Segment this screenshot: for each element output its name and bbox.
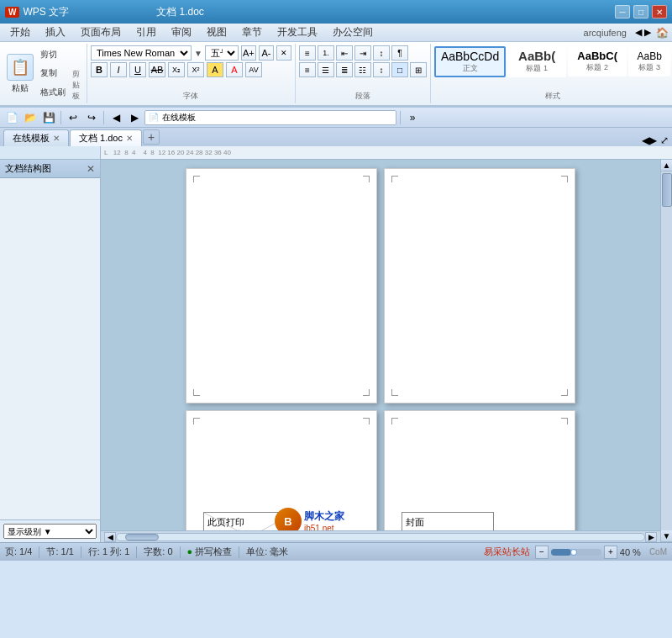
bold-button[interactable]: B bbox=[91, 62, 108, 77]
font-group-label: 字体 bbox=[91, 91, 291, 102]
zoom-in[interactable]: + bbox=[604, 546, 617, 559]
align-right[interactable]: ≣ bbox=[336, 62, 353, 77]
save-button[interactable]: 💾 bbox=[40, 109, 57, 126]
superscript-button[interactable]: X² bbox=[187, 62, 204, 77]
level-select[interactable]: 显示级别 ▼ bbox=[3, 524, 97, 539]
new-button[interactable]: 📄 bbox=[3, 109, 20, 126]
style-normal[interactable]: AaBbCcDd 正文 bbox=[434, 46, 506, 77]
numbered-list-button[interactable]: 1. bbox=[318, 45, 334, 61]
bullet-list-button[interactable]: ≡ bbox=[299, 45, 316, 61]
zoom-bar[interactable] bbox=[551, 549, 601, 556]
menu-page-layout[interactable]: 页面布局 bbox=[74, 24, 128, 41]
font-name-select[interactable]: Times New Roman bbox=[91, 45, 192, 61]
subscript-button[interactable]: X₂ bbox=[168, 62, 185, 77]
align-center[interactable]: ☰ bbox=[318, 62, 334, 77]
hscroll-left[interactable]: ◀ bbox=[104, 532, 116, 542]
font-size-increase[interactable]: A+ bbox=[241, 45, 256, 61]
menu-insert[interactable]: 插入 bbox=[39, 24, 72, 41]
back-button[interactable]: ◀ bbox=[108, 109, 124, 126]
shading-button[interactable]: □ bbox=[391, 62, 408, 77]
add-tab-button[interactable]: + bbox=[143, 129, 160, 145]
maximize-button[interactable]: □ bbox=[633, 5, 648, 18]
line-spacing[interactable]: ↕ bbox=[373, 62, 390, 77]
tab-scroll-left[interactable]: ◀ bbox=[642, 134, 649, 146]
open-button[interactable]: 📂 bbox=[22, 109, 39, 126]
toolbar-right[interactable]: » bbox=[404, 109, 421, 126]
zoom-thumb[interactable] bbox=[570, 549, 577, 556]
font-row1: Times New Roman ▼ 五号 A+ A- ✕ bbox=[91, 45, 291, 61]
show-formatting[interactable]: ¶ bbox=[391, 45, 408, 61]
indent-increase[interactable]: ⇥ bbox=[354, 45, 371, 61]
corner-tl-1 bbox=[193, 176, 200, 182]
redo-button[interactable]: ↪ bbox=[83, 109, 100, 126]
tab-maximize[interactable]: ⤢ bbox=[660, 134, 669, 146]
align-justify[interactable]: ☷ bbox=[354, 62, 371, 77]
menu-chapter[interactable]: 章节 bbox=[235, 24, 269, 41]
vscroll-up[interactable]: ▲ bbox=[661, 160, 673, 171]
hscrollbar[interactable] bbox=[116, 533, 645, 541]
com-text: CoM bbox=[649, 547, 667, 556]
home-icon[interactable]: 🏠 bbox=[656, 27, 669, 39]
zoom-out[interactable]: − bbox=[535, 546, 549, 559]
border-button[interactable]: ⊞ bbox=[410, 62, 427, 77]
wm-text-block: 脚木之家 jb51.net bbox=[304, 509, 344, 530]
vscroll-down[interactable]: ▼ bbox=[661, 530, 673, 542]
left-panel-bottom: 显示级别 ▼ bbox=[0, 519, 100, 542]
menu-references[interactable]: 引用 bbox=[129, 24, 163, 41]
address-bar[interactable]: 📄 在线模板 bbox=[144, 110, 396, 125]
page-1 bbox=[186, 168, 377, 403]
style-heading1[interactable]: AaBb( 标题 1 bbox=[507, 45, 566, 77]
divider1: ▼ bbox=[194, 49, 202, 58]
tab-scroll-right[interactable]: ▶ bbox=[649, 134, 657, 146]
font-clear-format[interactable]: ✕ bbox=[276, 45, 291, 61]
style-h3-label: 标题 3 bbox=[638, 62, 660, 73]
menu-review[interactable]: 审阅 bbox=[165, 24, 198, 41]
cut-button[interactable]: 剪切 bbox=[37, 48, 69, 61]
menu-developer[interactable]: 开发工具 bbox=[270, 24, 324, 41]
font-color-button[interactable]: A bbox=[226, 62, 243, 77]
menu-start[interactable]: 开始 bbox=[3, 24, 37, 41]
left-panel: 文档结构图 ✕ 显示级别 ▼ bbox=[0, 160, 101, 542]
nav-arrows[interactable]: ◀ ▶ bbox=[635, 27, 651, 38]
styles-group: AaBbCcDd 正文 AaBb( 标题 1 AaBbC( 标题 2 AaBb … bbox=[431, 44, 672, 103]
doc1-tab-label: 文档 1.doc bbox=[79, 132, 123, 145]
ruler-content: L 12 8 4 4 8 12 16 20 24 28 32 36 40 bbox=[104, 149, 231, 156]
menu-view[interactable]: 视图 bbox=[200, 24, 234, 41]
indent-decrease[interactable]: ⇤ bbox=[336, 45, 353, 61]
hscrollbar-container: ◀ ▶ bbox=[101, 530, 660, 542]
status-sep5 bbox=[239, 546, 239, 558]
paste-button[interactable]: 📋 粘贴 bbox=[7, 45, 34, 102]
template-tab[interactable]: 在线模板 ✕ bbox=[3, 129, 69, 146]
style-heading3[interactable]: AaBb 标题 3 bbox=[628, 47, 670, 76]
underline-button[interactable]: U bbox=[129, 62, 146, 77]
doc1-tab-close[interactable]: ✕ bbox=[126, 134, 133, 143]
minimize-button[interactable]: ─ bbox=[615, 5, 630, 18]
cover-label: 封面 bbox=[406, 517, 424, 527]
close-button[interactable]: ✕ bbox=[652, 5, 667, 18]
font-size-decrease[interactable]: A- bbox=[259, 45, 274, 61]
doc1-tab[interactable]: 文档 1.doc ✕ bbox=[70, 129, 142, 146]
strikethrough-button[interactable]: AB bbox=[149, 62, 165, 77]
template-tab-close[interactable]: ✕ bbox=[53, 134, 60, 143]
spell-check[interactable]: ● 拼写检查 bbox=[187, 546, 233, 558]
vscroll-thumb[interactable] bbox=[662, 173, 672, 207]
left-panel-close[interactable]: ✕ bbox=[87, 163, 95, 175]
char-spacing-button[interactable]: AV bbox=[245, 62, 262, 77]
copy-button[interactable]: 复制 bbox=[37, 66, 69, 80]
align-left[interactable]: ≡ bbox=[299, 62, 316, 77]
styles-row: AaBbCcDd 正文 AaBb( 标题 1 AaBbC( 标题 2 AaBb … bbox=[434, 45, 670, 77]
style-heading2[interactable]: AaBbC( 标题 2 bbox=[568, 46, 627, 76]
doc-scroll[interactable]: 此页打印 打，废弃 B 脚木之家 bbox=[101, 160, 660, 530]
corner-tl-4 bbox=[391, 418, 398, 424]
highlight-button[interactable]: A bbox=[207, 62, 223, 77]
italic-button[interactable]: I bbox=[110, 62, 127, 77]
sort-button[interactable]: ↕ bbox=[373, 45, 390, 61]
hscrollbar-thumb[interactable] bbox=[125, 534, 159, 540]
font-size-select[interactable]: 五号 bbox=[205, 45, 239, 61]
hscroll-right[interactable]: ▶ bbox=[645, 532, 657, 542]
addr-text: 在线模板 bbox=[162, 112, 196, 124]
undo-button[interactable]: ↩ bbox=[65, 109, 81, 126]
menu-office[interactable]: 办公空间 bbox=[326, 24, 380, 41]
forward-button[interactable]: ▶ bbox=[126, 109, 143, 126]
format-painter-button[interactable]: 格式刷 bbox=[37, 86, 69, 99]
